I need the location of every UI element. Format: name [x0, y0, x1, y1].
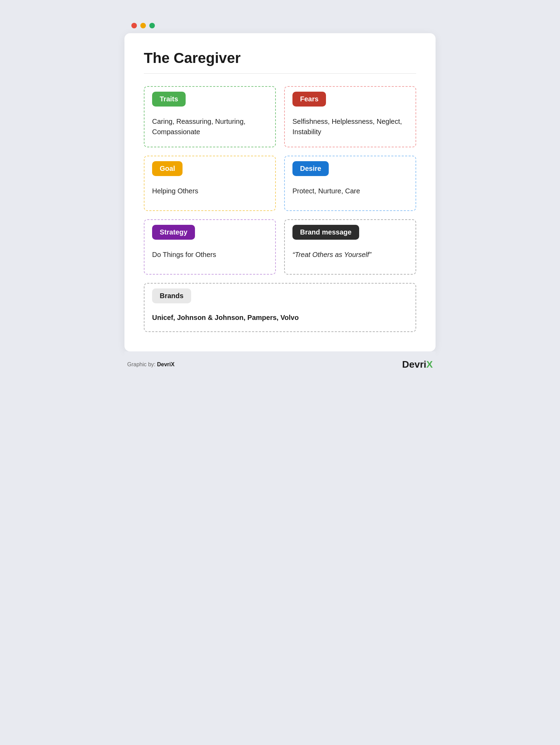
footer-logo-x: X	[426, 359, 433, 370]
traits-cell: Traits Caring, Reassuring, Nurturing, Co…	[144, 86, 276, 147]
goal-desire-row: Goal Helping Others Desire Protect, Nurt…	[144, 156, 416, 211]
footer-credit-prefix: Graphic by:	[127, 361, 157, 367]
minimize-dot	[140, 23, 146, 28]
strategy-brandmessage-row: Strategy Do Things for Others Brand mess…	[144, 219, 416, 275]
footer-credit-brand: DevriX	[157, 361, 175, 367]
brands-section: Brands Unicef, Johnson & Johnson, Pamper…	[144, 283, 416, 332]
goal-content: Helping Others	[152, 186, 268, 196]
goal-cell: Goal Helping Others	[144, 156, 276, 211]
brand-message-badge: Brand message	[292, 225, 359, 240]
footer: Graphic by: DevriX DevriX	[124, 351, 436, 374]
strategy-cell: Strategy Do Things for Others	[144, 219, 276, 275]
fears-cell: Fears Selfishness, Helplessness, Neglect…	[284, 86, 416, 147]
desire-badge: Desire	[292, 161, 329, 176]
strategy-badge: Strategy	[152, 225, 195, 240]
footer-logo: DevriX	[402, 359, 433, 370]
brand-message-content: “Treat Others as Yourself”	[292, 249, 408, 260]
strategy-content: Do Things for Others	[152, 249, 268, 260]
maximize-dot	[149, 23, 155, 28]
traits-content: Caring, Reassuring, Nurturing, Compassio…	[152, 116, 268, 137]
browser-chrome	[124, 14, 436, 33]
footer-credit: Graphic by: DevriX	[127, 361, 175, 368]
desire-cell: Desire Protect, Nurture, Care	[284, 156, 416, 211]
title-divider	[144, 73, 416, 74]
brand-message-cell: Brand message “Treat Others as Yourself”	[284, 219, 416, 275]
fears-content: Selfishness, Helplessness, Neglect, Inst…	[292, 116, 408, 137]
traits-badge: Traits	[152, 92, 186, 107]
brands-badge: Brands	[152, 288, 191, 303]
main-card: The Caregiver Traits Caring, Reassuring,…	[124, 33, 436, 351]
fears-badge: Fears	[292, 92, 326, 107]
footer-logo-text: Devri	[402, 359, 426, 370]
desire-content: Protect, Nurture, Care	[292, 186, 408, 196]
traffic-lights	[131, 20, 429, 33]
close-dot	[131, 23, 137, 28]
brands-content: Unicef, Johnson & Johnson, Pampers, Volv…	[152, 314, 408, 322]
goal-badge: Goal	[152, 161, 183, 176]
traits-fears-row: Traits Caring, Reassuring, Nurturing, Co…	[144, 86, 416, 147]
page-title: The Caregiver	[144, 50, 416, 66]
